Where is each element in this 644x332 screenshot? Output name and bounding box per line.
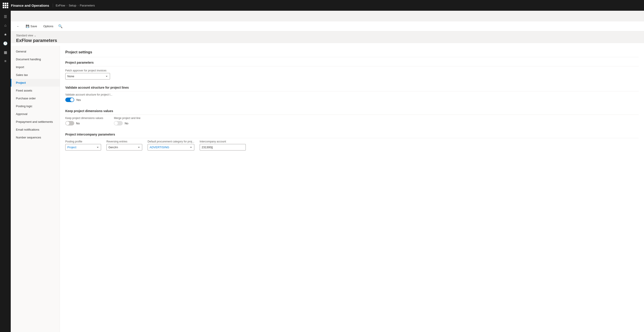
star-icon[interactable]: ★ <box>1 30 10 38</box>
default-proc-label: Default procurement category for proj... <box>148 140 194 143</box>
toolbar: ← 💾 Save Options 🔍 <box>11 21 644 31</box>
page-header: Standard view ⌄ ExFlow parameters <box>11 31 644 43</box>
top-bar: Finance and Operations ExFlow › Setup › … <box>0 0 644 11</box>
chevron-down-icon: ⌄ <box>34 34 36 37</box>
merge-toggle[interactable] <box>114 121 123 126</box>
validate-account-row: Validate account structure for project l… <box>60 91 644 106</box>
back-icon: ← <box>16 24 20 28</box>
validate-account-value: Yes <box>76 98 81 102</box>
sidebar-item-purchase-order[interactable]: Purchase order <box>11 94 60 102</box>
app-title: Finance and Operations <box>11 3 53 7</box>
section-title: Project settings <box>60 46 644 57</box>
validate-account-toggle[interactable] <box>65 98 74 102</box>
posting-profile-select[interactable]: Project <box>65 144 101 151</box>
posting-profile-label: Posting profile <box>65 140 101 143</box>
posting-profile-field: Posting profile Project <box>65 140 101 151</box>
fetch-approver-row: Fetch approver for project invoices None… <box>65 69 639 79</box>
sidebar-item-email-notifications[interactable]: Email notifications <box>11 126 60 134</box>
options-button[interactable]: Options <box>41 24 56 29</box>
sidebar-item-general[interactable]: General <box>11 48 60 55</box>
save-button[interactable]: 💾 Save <box>24 24 39 29</box>
merge-value: No <box>124 122 128 125</box>
breadcrumb-sep-1: › <box>67 4 68 7</box>
fetch-approver-select[interactable]: None Manager Owner <box>65 73 110 79</box>
page-title: ExFlow parameters <box>16 38 639 43</box>
keep-dimensions-row: Keep project dimensions values No Merge … <box>60 115 644 129</box>
breadcrumb-item-1[interactable]: ExFlow <box>56 4 65 7</box>
keep-toggle-container: No <box>65 121 103 126</box>
project-params-form: Fetch approver for project invoices None… <box>60 66 644 82</box>
breadcrumb-sep-2: › <box>78 4 78 7</box>
reversing-entries-select[interactable]: GenJrn <box>106 144 142 151</box>
list-icon[interactable]: ≡ <box>1 57 10 65</box>
default-proc-field: Default procurement category for proj...… <box>148 140 194 151</box>
sidebar-item-document-handling[interactable]: Document handling <box>11 55 60 63</box>
sidebar-item-project[interactable]: Project <box>11 79 60 87</box>
intercompany-account-label: Intercompany account <box>200 140 246 143</box>
merge-label: Merge project and line <box>114 117 140 120</box>
sidebar-item-approval[interactable]: Approval <box>11 110 60 118</box>
toolbar-wrap: ← 💾 Save Options 🔍 Standard view ⌄ ExFlo… <box>11 21 644 46</box>
validate-account-label: Validate account structure for project l… <box>65 93 639 96</box>
nav-menu: General Document handling Import Sales t… <box>11 46 60 332</box>
breadcrumb: ExFlow › Setup › Parameters <box>56 4 95 7</box>
merge-field: Merge project and line No <box>114 117 140 126</box>
breadcrumb-item-3: Parameters <box>80 4 95 7</box>
intercompany-account-field: Intercompany account <box>200 140 246 151</box>
merge-toggle-container: No <box>114 121 140 126</box>
main-wrapper: ← 💾 Save Options 🔍 Standard view ⌄ ExFlo… <box>11 21 644 332</box>
fetch-approver-field: Fetch approver for project invoices None… <box>65 69 110 79</box>
keep-dimensions-field: Keep project dimensions values No <box>65 117 103 126</box>
fetch-approver-label: Fetch approver for project invoices <box>65 69 110 72</box>
right-panel: Project settings Project parameters Fetc… <box>60 46 644 332</box>
sidebar-item-fixed-assets[interactable]: Fixed assets <box>11 87 60 94</box>
project-params-title: Project parameters <box>60 57 644 66</box>
clock-icon[interactable]: 🕐 <box>1 39 10 47</box>
keep-dimensions-title: Keep project dimensions values <box>60 106 644 115</box>
left-sidebar: ☰ ⌂ ★ 🕐 ▦ ≡ <box>0 11 11 332</box>
intercompany-account-input[interactable] <box>200 144 246 151</box>
app-grid-icon[interactable] <box>3 3 8 8</box>
validate-toggle-container: Yes <box>65 98 639 102</box>
keep-dimensions-label: Keep project dimensions values <box>65 117 103 120</box>
save-icon: 💾 <box>26 24 29 28</box>
hamburger-icon[interactable]: ☰ <box>1 12 10 20</box>
table-icon[interactable]: ▦ <box>1 48 10 56</box>
intercompany-row: Posting profile Project Reversing entrie… <box>60 138 644 154</box>
intercompany-title: Project intercompany parameters <box>60 129 644 138</box>
sidebar-item-sales-tax[interactable]: Sales tax <box>11 71 60 79</box>
sidebar-item-import[interactable]: Import <box>11 63 60 71</box>
keep-dimensions-toggle[interactable] <box>65 121 74 126</box>
back-button[interactable]: ← <box>14 24 22 29</box>
reversing-entries-label: Reversing entries <box>106 140 142 143</box>
breadcrumb-item-2[interactable]: Setup <box>69 4 76 7</box>
default-proc-select[interactable]: ADVERTISING <box>148 144 194 151</box>
reversing-entries-field: Reversing entries GenJrn <box>106 140 142 151</box>
sidebar-item-number-sequences[interactable]: Number sequences <box>11 134 60 141</box>
standard-view-selector[interactable]: Standard view ⌄ <box>16 34 639 37</box>
sidebar-item-prepayment[interactable]: Prepayment and settlements <box>11 118 60 126</box>
sidebar-item-posting-logic[interactable]: Posting logic <box>11 102 60 110</box>
content-area: General Document handling Import Sales t… <box>11 46 644 332</box>
home-icon[interactable]: ⌂ <box>1 21 10 29</box>
search-button[interactable]: 🔍 <box>58 24 62 28</box>
validate-account-title: Validate account structure for project l… <box>60 82 644 91</box>
keep-dimensions-value: No <box>76 122 80 125</box>
